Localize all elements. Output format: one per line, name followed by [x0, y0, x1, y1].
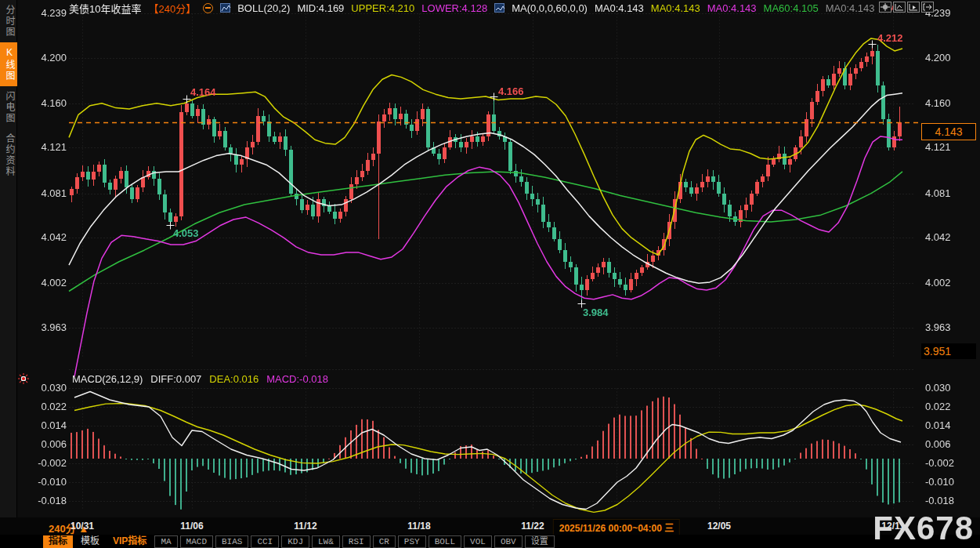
indicator-header: 美债10年收益率 【240分】 BOLL(20,2) MID:4.169 UPP…: [69, 2, 897, 14]
record-indicator-icon[interactable]: [18, 373, 29, 387]
main-axis-right-1: 4.200: [925, 52, 951, 64]
ma-value-2: MA0:4.143: [707, 2, 757, 14]
toolbar-item-LW&[interactable]: LW&: [312, 535, 340, 548]
scale-left-icon[interactable]: [893, 2, 906, 13]
ma-values: MA0:4.143MA0:4.143MA0:4.143MA60:4.105MA0…: [595, 2, 897, 14]
boll-name: BOLL(20,2): [237, 2, 290, 14]
scale-right-icon[interactable]: [907, 2, 920, 13]
date-label-11/18: 11/18: [407, 521, 430, 532]
main-axis-left-2: 4.160: [26, 97, 67, 109]
main-axis-left-4: 4.081: [26, 187, 67, 199]
boll-upper-value: UPPER:4.210: [351, 2, 414, 14]
main-axis-left-3: 4.121: [26, 141, 67, 153]
main-axis-left-5: 4.042: [26, 231, 67, 243]
toolbar-item-MA[interactable]: MA: [154, 535, 177, 548]
hovered-bar-datetime: 2025/11/26 00:00~04:00 三: [553, 519, 680, 535]
ma-indicator-icon[interactable]: [494, 3, 504, 13]
date-label-12/05: 12/05: [707, 521, 731, 532]
boll-mid-value: MID:4.169: [297, 2, 344, 14]
main-axis-left-6: 4.002: [26, 277, 67, 289]
toolbar-item-BOLL[interactable]: BOLL: [429, 535, 461, 548]
toolbar-item-KDJ[interactable]: KDJ: [281, 535, 309, 548]
macd-axis-right-3: 0.006: [925, 438, 951, 450]
macd-axis-right-4: -0.002: [925, 457, 954, 469]
macd-axis-right-1: 0.022: [925, 401, 951, 412]
ma-value-0: MA0:4.143: [595, 2, 644, 14]
macd-axis-left-6: -0.018: [26, 495, 67, 506]
sidebar-item-2[interactable]: 闪电图: [0, 86, 17, 129]
macd-header: MACD(26,12,9) DIFF:0.007 DEA:0.016 MACD:…: [72, 373, 328, 385]
collapse-indicator-icon[interactable]: [203, 3, 213, 13]
macd-axis-left-3: 0.006: [26, 438, 67, 450]
main-axis-right-5: 4.042: [925, 231, 951, 243]
exit-fullscreen-icon[interactable]: [921, 2, 934, 13]
ma-name: MA(0,0,0,60,0,0): [512, 2, 588, 14]
chart-canvas[interactable]: [0, 0, 980, 548]
toolbar-item-VIP指标[interactable]: VIP指标: [107, 535, 152, 548]
toolbar-item-PSY[interactable]: PSY: [398, 535, 426, 548]
macd-dea-value: DEA:0.016: [209, 373, 259, 385]
macd-axis-right-2: 0.014: [925, 419, 951, 431]
toolbar-item-指标[interactable]: 指标: [43, 535, 73, 548]
kline-app-window: 分时图K线图闪电图合约资料 美债10年收益率 【240分】 BOLL(20,2)…: [0, 0, 980, 548]
macd-axis-left-2: 0.014: [26, 419, 67, 431]
fx678-watermark: FX678: [873, 510, 974, 547]
macd-value: MACD:-0.018: [266, 373, 328, 385]
instrument-title: 美债10年收益率: [69, 1, 141, 16]
macd-diff-value: DIFF:0.007: [150, 373, 201, 385]
crosshair-icon[interactable]: [879, 2, 891, 13]
toolbar-item-MACD[interactable]: MACD: [180, 535, 213, 548]
extreme-label-4.212: 4.212: [877, 32, 903, 44]
chart-toolbar-icons: [879, 2, 934, 13]
date-label-11/22: 11/22: [521, 521, 544, 532]
macd-axis-left-5: -0.010: [26, 476, 67, 488]
extreme-label-4.166: 4.166: [498, 85, 524, 97]
date-label-10/31: 10/31: [71, 521, 94, 532]
time-axis: 240分 ▲ 2025/11/26 00:00~04:00 三 10/3111/…: [0, 517, 980, 535]
macd-axis-left-0: 0.030: [26, 382, 67, 394]
main-axis-right-4: 4.081: [925, 187, 951, 199]
extreme-label-3.984: 3.984: [583, 307, 609, 318]
extreme-label-4.053: 4.053: [173, 227, 199, 239]
main-axis-left-1: 4.200: [26, 52, 67, 64]
ma-value-4: MA0:4.143: [826, 2, 875, 14]
macd-axis-left-1: 0.022: [26, 401, 67, 412]
macd-name: MACD(26,12,9): [72, 373, 143, 385]
main-axis-right-2: 4.160: [925, 97, 951, 109]
period-label[interactable]: 【240分】: [148, 1, 196, 16]
toolbar-item-OBV[interactable]: OBV: [494, 535, 523, 548]
toolbar-item-设置[interactable]: 设置: [525, 535, 555, 548]
extreme-label-4.164: 4.164: [190, 86, 216, 98]
toolbar-item-CCI[interactable]: CCI: [251, 535, 279, 548]
toolbar-item-VOL[interactable]: VOL: [464, 535, 492, 548]
chart-type-sidebar: 分时图K线图闪电图合约资料: [0, 0, 17, 548]
macd-axis-right-0: 0.030: [925, 382, 951, 394]
toolbar-item-RSI[interactable]: RSI: [342, 535, 371, 548]
toolbar-item-CR[interactable]: CR: [373, 535, 396, 548]
current-price-tag: 4.143: [921, 123, 976, 140]
session-low-tag: 3.951: [921, 343, 976, 359]
main-axis-right-7: 3.963: [925, 321, 951, 333]
sidebar-item-3[interactable]: 合约资料: [0, 129, 17, 182]
macd-axis-right-6: -0.018: [925, 495, 954, 506]
date-label-11/12: 11/12: [294, 521, 316, 532]
main-axis-left-7: 3.963: [26, 321, 67, 333]
macd-axis-right-5: -0.010: [925, 476, 954, 488]
sidebar-item-0[interactable]: 分时图: [0, 0, 17, 42]
boll-lower-value: LOWER:4.128: [421, 2, 487, 14]
toolbar-item-BIAS[interactable]: BIAS: [215, 535, 248, 548]
boll-indicator-icon[interactable]: [220, 3, 230, 13]
toolbar-item-模板[interactable]: 模板: [75, 535, 105, 548]
indicator-toolbar: 指标模板VIP指标MAMACDBIASCCIKDJLW&RSICRPSYBOLL…: [0, 535, 980, 548]
sidebar-item-1[interactable]: K线图: [0, 42, 17, 86]
ma-value-3: MA60:4.105: [764, 2, 819, 14]
main-axis-left-0: 4.239: [26, 7, 67, 19]
macd-axis-left-4: -0.002: [26, 457, 67, 469]
main-axis-right-3: 4.121: [925, 141, 951, 153]
main-axis-right-6: 4.002: [925, 277, 951, 289]
date-label-11/06: 11/06: [180, 521, 203, 532]
ma-value-1: MA0:4.143: [651, 2, 700, 14]
